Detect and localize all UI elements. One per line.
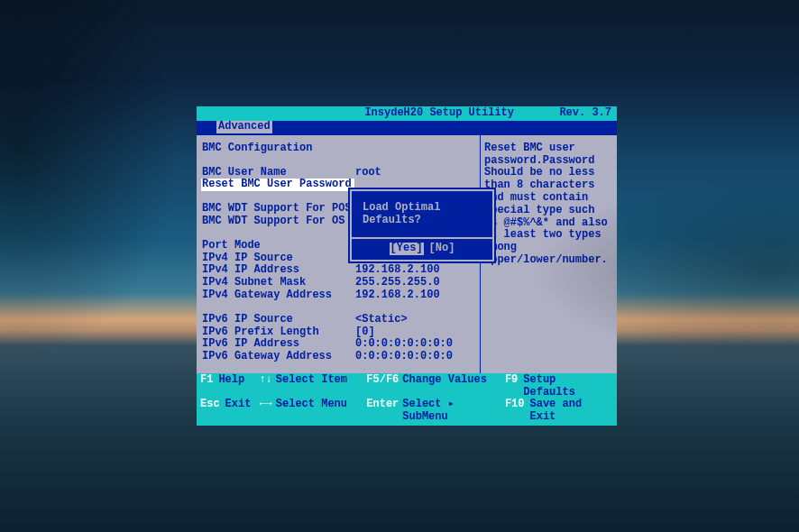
value: <Static>: [355, 314, 408, 326]
label: BMC WDT Support For OS: [202, 216, 355, 228]
dialog-question: Load Optimal Defaults?: [363, 195, 487, 236]
key-enter: Enter: [366, 399, 399, 424]
dialog-body: Load Optimal Defaults?: [352, 191, 492, 238]
row-ipv6-gateway[interactable]: IPv6 Gateway Address 0:0:0:0:0:0:0:0: [202, 351, 474, 363]
tab-bar[interactable]: Advanced: [197, 121, 617, 134]
page-title: InsydeH20 Setup Utility: [319, 107, 559, 120]
label: IPv4 Subnet Mask: [202, 277, 355, 289]
value: 0:0:0:0:0:0:0:0: [355, 338, 453, 351]
row-ipv6-prefix[interactable]: IPv6 Prefix Length [0]: [202, 326, 474, 339]
value: root: [355, 167, 381, 179]
value: [0]: [355, 326, 375, 339]
footer-row-2: EscExit ←→Select Menu EnterSelect ▸ SubM…: [200, 399, 613, 424]
help-text: Reset BMC user password.Password Should …: [484, 142, 613, 267]
lab-setup-defaults: Setup Defaults: [523, 374, 613, 399]
label: IPv6 Prefix Length: [202, 326, 355, 339]
value: 192.168.2.100: [355, 289, 440, 302]
help-panel: Reset BMC user password.Password Should …: [480, 135, 617, 373]
spacer: [202, 302, 474, 314]
tab-advanced[interactable]: Advanced: [216, 121, 272, 133]
lab-save-exit: Save and Exit: [529, 399, 613, 424]
row-ipv6-address[interactable]: IPv6 IP Address 0:0:0:0:0:0:0:0: [202, 338, 474, 351]
key-leftright: ←→: [259, 399, 271, 424]
value: 0:0:0:0:0:0:0:0: [355, 351, 453, 363]
row-bmc-user-name[interactable]: BMC User Name root: [202, 167, 474, 179]
lab-select-submenu: Select ▸ SubMenu: [402, 399, 505, 424]
key-updown: ↑↓: [259, 374, 271, 399]
key-f10: F10: [505, 399, 525, 424]
lab-select-menu: Select Menu: [276, 399, 347, 424]
row-ipv4-gateway[interactable]: IPv4 Gateway Address 192.168.2.100: [202, 289, 474, 302]
lab-exit: Exit: [225, 399, 252, 424]
panel-heading: BMC Configuration: [202, 142, 474, 155]
label: IPv4 Gateway Address: [202, 289, 355, 302]
label: IPv4 IP Address: [202, 264, 355, 277]
label-selected: Reset BMC User Password: [201, 179, 354, 191]
footer-row-1: F1Help ↑↓Select Item F5/F6Change Values …: [200, 374, 613, 399]
key-f9: F9: [505, 374, 518, 399]
row-ipv6-source[interactable]: IPv6 IP Source <Static>: [202, 314, 474, 326]
label: Port Mode: [202, 240, 355, 252]
value: 255.255.255.0: [355, 277, 440, 289]
key-f1: F1: [200, 374, 213, 399]
label: IPv6 Gateway Address: [202, 351, 355, 363]
label: BMC User Name: [202, 167, 355, 179]
lab-select-item: Select Item: [276, 374, 347, 399]
dialog-load-defaults: Load Optimal Defaults? [Yes] [No]: [350, 189, 494, 261]
yes-button[interactable]: [Yes]: [390, 243, 424, 255]
dialog-buttons: [Yes] [No]: [352, 239, 492, 260]
lab-help: Help: [218, 374, 244, 399]
key-esc: Esc: [200, 399, 220, 424]
label: IPv6 IP Source: [202, 314, 355, 326]
label: IPv6 IP Address: [202, 338, 355, 351]
lab-change-values: Change Values: [402, 374, 487, 399]
row-ipv4-subnet[interactable]: IPv4 Subnet Mask 255.255.255.0: [202, 277, 474, 289]
panel-heading-text: BMC Configuration: [202, 142, 312, 155]
key-f5f6: F5/F6: [366, 374, 399, 399]
revision-label: Rev. 3.7: [559, 107, 611, 120]
label: BMC WDT Support For POST: [202, 203, 355, 216]
spacer: [202, 155, 474, 167]
bios-window: InsydeH20 Setup Utility Rev. 3.7 Advance…: [197, 106, 617, 426]
main-area: BMC Configuration BMC User Name root Res…: [197, 134, 617, 373]
row-ipv4-address[interactable]: IPv4 IP Address 192.168.2.100: [202, 264, 474, 277]
no-button[interactable]: [No]: [429, 243, 455, 255]
title-spacer: [202, 107, 319, 120]
footer-keys: F1Help ↑↓Select Item F5/F6Change Values …: [197, 373, 617, 426]
title-bar: InsydeH20 Setup Utility Rev. 3.7: [197, 106, 617, 121]
value: 192.168.2.100: [355, 264, 440, 277]
label: IPv4 IP Source: [202, 252, 355, 265]
